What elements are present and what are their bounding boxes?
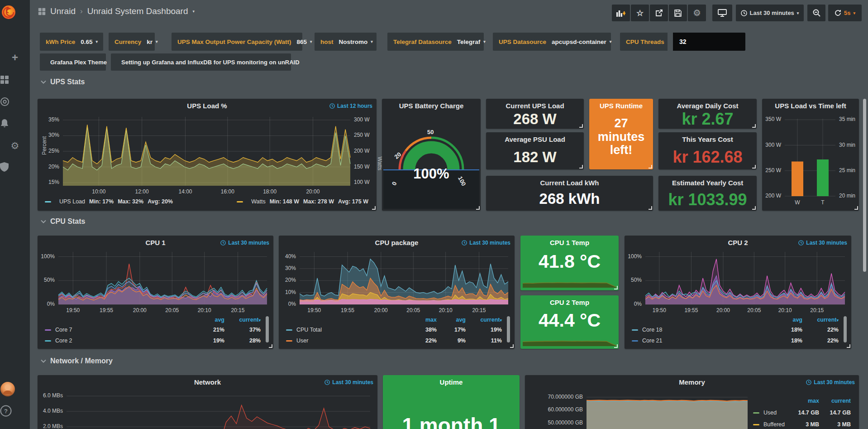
link-grafana-plex-theme[interactable]: Grafana Plex Theme: [40, 53, 106, 71]
panel-title[interactable]: UPS Runtime: [592, 102, 650, 110]
legend-series-name[interactable]: Core 21: [632, 337, 773, 344]
axis-tick: 20%: [279, 277, 296, 283]
dashboard-caret-icon[interactable]: ▾: [192, 9, 195, 14]
series-line-core-teal: [58, 278, 267, 297]
legend-scrollbar[interactable]: [844, 316, 847, 342]
panel-title[interactable]: UPS Battery Charge: [386, 102, 476, 110]
legend-series-name[interactable]: CPU Total: [286, 327, 408, 333]
legend-series-ups-load[interactable]: UPS Load Min: 17% Max: 32% Avg: 20%: [45, 198, 173, 205]
panel-title[interactable]: Current Load kWh: [500, 179, 639, 187]
variable-currency[interactable]: Currency kr▾: [109, 33, 155, 51]
legend-sort-current[interactable]: current▾: [802, 317, 839, 323]
panel-time-override[interactable]: Last 30 minutes: [324, 379, 373, 386]
stat-value: kr 2.67: [658, 110, 757, 129]
legend-sort-avg[interactable]: avg: [196, 317, 224, 323]
breadcrumb: Unraid › Unraid System Dashboard ▾: [38, 6, 195, 16]
grafana-logo[interactable]: [0, 4, 30, 21]
alerting-bell-icon[interactable]: [0, 119, 30, 128]
legend-series-name[interactable]: Core 2: [45, 337, 196, 344]
legend-series-name[interactable]: User: [286, 337, 408, 344]
axis-tick: 100%: [38, 253, 55, 260]
legend-scrollbar[interactable]: [507, 316, 510, 342]
panel-cpu-package-graph: CPU package Last 30 minutes max avg curr…: [279, 236, 515, 349]
panel-title[interactable]: Estimated Yearly Cost: [672, 179, 743, 187]
panel-title[interactable]: Average PSU Load: [500, 135, 570, 143]
configuration-gear-icon[interactable]: ⚙: [0, 140, 30, 151]
panel-time-override[interactable]: Last 12 hours: [329, 103, 372, 109]
page-scrollbar[interactable]: [863, 99, 866, 272]
section-ups-stats[interactable]: UPS Stats: [41, 78, 85, 86]
legend-sort-current[interactable]: current▾: [466, 317, 502, 323]
panel-time-override[interactable]: Last 30 minutes: [798, 240, 847, 246]
panel-title[interactable]: Average Daily Cost: [672, 102, 743, 110]
time-range-picker[interactable]: Last 30 minutes ▾: [736, 5, 804, 21]
axis-tick: 200 W: [762, 193, 781, 199]
cpu-threads-input[interactable]: 32: [673, 33, 745, 51]
legend-sort-avg[interactable]: avg: [773, 317, 802, 323]
variable-ups-datasource[interactable]: UPS Datasource apcupsd-container▾: [493, 33, 611, 51]
legend-table: max current Used 14.7 GB 14.7 GB Buffere…: [753, 395, 851, 429]
legend-sort-current[interactable]: current: [819, 398, 851, 404]
legend-series-name[interactable]: Core 18: [632, 327, 773, 333]
panel-time-override[interactable]: Last 30 minutes: [462, 240, 510, 246]
legend-sort-max[interactable]: max: [787, 398, 819, 404]
panel-time-override[interactable]: Last 30 minutes: [220, 240, 269, 246]
stat-value: 44.4 °C: [520, 310, 619, 331]
legend-sort-avg[interactable]: avg: [437, 317, 466, 323]
star-icon: ☆: [636, 8, 644, 18]
axis-tick: W: [788, 199, 806, 206]
add-panel-button[interactable]: [612, 5, 630, 21]
variable-kwh-price[interactable]: kWh Price 0.65▾: [40, 33, 103, 51]
create-plus-icon[interactable]: +: [0, 51, 30, 64]
zoom-out-button[interactable]: [807, 5, 825, 21]
tv-mode-button[interactable]: [712, 5, 732, 21]
series-fill-temp: [523, 283, 616, 288]
axis-tick: 20:15: [804, 307, 830, 313]
admin-shield-icon[interactable]: [0, 162, 30, 172]
section-cpu-stats[interactable]: CPU Stats: [41, 217, 85, 226]
panel-title[interactable]: This Years Cost: [672, 135, 743, 143]
legend-sort-max[interactable]: max: [408, 317, 437, 323]
axis-tick: 20:00: [127, 307, 153, 313]
series-color-swatch: [632, 340, 638, 342]
legend-series-watts[interactable]: Watts Min: 148 W Max: 278 W Avg: 175 W: [237, 198, 368, 205]
series-fill-core-blue: [58, 281, 267, 304]
star-dashboard-button[interactable]: ☆: [631, 5, 649, 21]
axis-tick: 19:55: [94, 307, 119, 313]
breadcrumb-folder[interactable]: Unraid: [50, 6, 76, 16]
breadcrumb-separator: ›: [80, 7, 83, 16]
panel-title[interactable]: CPU 1 Temp: [534, 239, 605, 246]
section-network-memory[interactable]: Network / Memory: [41, 357, 113, 365]
panel-title[interactable]: CPU 2 Temp: [534, 299, 605, 306]
legend-scrollbar[interactable]: [266, 316, 269, 342]
help-icon[interactable]: ?: [0, 405, 30, 417]
axis-tick: 300 W: [354, 116, 370, 123]
panel-title[interactable]: Network: [51, 378, 364, 386]
panel-title[interactable]: UPS Load %: [51, 102, 363, 110]
svg-text:?: ?: [4, 408, 8, 415]
variable-host[interactable]: host Nostromo▾: [315, 33, 377, 51]
clock-icon: [462, 240, 467, 246]
legend-sort-current[interactable]: current▾: [224, 317, 261, 323]
link-ups-monitoring-guide[interactable]: Setting up Grafana and InfluxDB for UPS …: [111, 53, 291, 71]
dashboards-grid-icon[interactable]: [0, 75, 30, 84]
legend-series-name[interactable]: Used: [753, 410, 787, 416]
breadcrumb-dashboard-title[interactable]: Unraid System Dashboard: [87, 6, 188, 16]
panel-title[interactable]: UPS Load vs Time left: [766, 102, 855, 110]
legend-series-name[interactable]: Buffered: [753, 421, 787, 428]
save-dashboard-button[interactable]: [669, 5, 687, 21]
panel-time-override[interactable]: Last 30 minutes: [806, 379, 855, 386]
variable-telegraf-datasource[interactable]: Telegraf Datasource Telegraf▾: [387, 33, 484, 51]
legend-row: CPU Total 38% 17% 19%: [286, 324, 502, 335]
refresh-picker[interactable]: 5s ▾: [828, 5, 862, 21]
variable-ups-max-power[interactable]: UPS Max Output Power Capacity (Watt) 865…: [172, 33, 302, 51]
dashboard-settings-button[interactable]: ⚙: [688, 5, 706, 21]
panel-title[interactable]: Memory: [539, 378, 845, 386]
user-avatar[interactable]: [0, 381, 30, 397]
panel-title[interactable]: Current UPS Load: [500, 102, 570, 110]
share-dashboard-button[interactable]: [650, 5, 668, 21]
axis-tick: 200 W: [354, 148, 370, 154]
explore-icon[interactable]: [0, 97, 30, 106]
legend-series-name[interactable]: Core 7: [45, 327, 196, 333]
panel-title[interactable]: Uptime: [396, 378, 506, 386]
